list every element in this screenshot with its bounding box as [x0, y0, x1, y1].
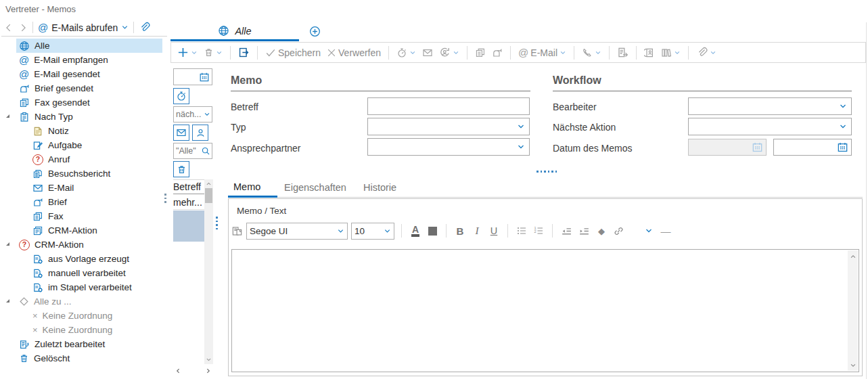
next-action-filter-select[interactable]: näch... — [173, 106, 212, 122]
sidebar-item-brief-gesendet[interactable]: Brief gesendet — [0, 81, 167, 95]
scroll-up-icon[interactable] — [848, 252, 857, 261]
ansprechpartner-select[interactable] — [367, 138, 530, 156]
fax-button[interactable] — [473, 46, 488, 60]
outdent-button[interactable] — [559, 223, 574, 239]
naechste-aktion-select[interactable] — [688, 118, 852, 135]
sidebar-item-alle[interactable]: Alle — [0, 39, 167, 53]
sidebar-splitter-handle[interactable] — [164, 194, 166, 203]
symbol-button[interactable]: ◆ — [595, 223, 608, 239]
tab-memo[interactable]: Memo — [228, 177, 277, 198]
collapse-toolbar-button[interactable]: — — [659, 223, 672, 239]
sidebar-item-gelöscht[interactable]: Gelöscht — [0, 351, 167, 365]
insert-link-button[interactable] — [612, 223, 626, 239]
typ-select[interactable] — [367, 118, 530, 135]
mail-filter-button[interactable] — [173, 125, 189, 141]
contact-book-button[interactable] — [642, 46, 657, 60]
expanded-arrow-icon[interactable] — [6, 242, 9, 246]
add-tab-button[interactable] — [309, 26, 321, 37]
back-button[interactable] — [4, 23, 14, 32]
at-icon: @ — [518, 47, 528, 58]
new-button[interactable] — [175, 45, 200, 60]
memo-text-area[interactable] — [231, 249, 859, 372]
chevron-down-icon[interactable] — [121, 24, 129, 31]
fetch-emails-button[interactable]: @ E-Mails abrufen — [38, 22, 129, 33]
highlight-color-button[interactable] — [426, 223, 439, 239]
tab-alle[interactable]: Alle — [170, 22, 299, 41]
sidebar-item-e-mail[interactable]: E-Mail — [0, 181, 167, 195]
font-size-select[interactable]: 10 — [351, 223, 394, 240]
library-button[interactable] — [659, 46, 683, 60]
search-icon — [201, 146, 212, 156]
font-color-button[interactable]: A — [409, 223, 422, 239]
reminder-filter-button[interactable] — [173, 88, 189, 104]
italic-button[interactable]: I — [470, 223, 484, 239]
attachments-button[interactable] — [694, 45, 718, 60]
bullet-list-button[interactable] — [515, 223, 528, 239]
trash-filter-button[interactable] — [173, 161, 189, 177]
reminder-button[interactable] — [394, 46, 418, 60]
list-splitter-handle[interactable] — [216, 217, 218, 229]
send-mail-button[interactable] — [420, 46, 435, 60]
person-filter-button[interactable] — [192, 125, 208, 141]
expanded-arrow-icon[interactable] — [6, 299, 9, 303]
scroll-right-icon[interactable] — [205, 367, 212, 374]
sidebar-item-alle-zu[interactable]: Alle zu ... — [0, 294, 167, 309]
tab-historie[interactable]: Historie — [363, 177, 396, 198]
column-header-betreff[interactable]: Betreff — [173, 179, 204, 194]
list-vertical-scrollbar[interactable] — [204, 179, 213, 364]
assign-person-button[interactable] — [437, 45, 461, 60]
paperclip-icon[interactable] — [139, 22, 150, 33]
call-button[interactable] — [580, 46, 603, 60]
scroll-down-icon[interactable] — [204, 355, 213, 364]
sidebar-item-aus-vorlage-erzeugt[interactable]: aus Vorlage erzeugt — [0, 252, 167, 266]
list-overflow-row[interactable]: mehr... — [173, 195, 204, 210]
scroll-down-icon[interactable] — [848, 361, 857, 370]
convert-button[interactable] — [236, 45, 252, 60]
discard-button[interactable]: Verwerfen — [325, 46, 383, 60]
more-formatting-button[interactable] — [642, 223, 656, 239]
sidebar-item-e-mail-empfangen[interactable]: @E-Mail empfangen — [0, 53, 167, 67]
email-button[interactable]: @E-Mail — [516, 46, 568, 60]
sidebar-item-brief[interactable]: Brief — [0, 195, 167, 209]
sidebar-item-keine-zuordnung[interactable]: ×Keine Zuordnung — [0, 309, 167, 323]
sidebar-item-nach-typ[interactable]: Nach Typ — [0, 110, 167, 124]
letter-button[interactable] — [490, 46, 505, 60]
paste-icon[interactable] — [231, 225, 243, 237]
date-filter-input[interactable] — [173, 68, 212, 85]
sidebar-item-im-stapel-verarbeitet[interactable]: im Stapel verarbeitet — [0, 280, 167, 294]
scroll-up-icon[interactable] — [204, 179, 213, 188]
export-doc-button[interactable] — [615, 45, 631, 60]
underline-button[interactable]: U — [487, 223, 501, 239]
bold-button[interactable]: B — [453, 223, 467, 239]
form-splitter-handle[interactable] — [536, 171, 557, 173]
sidebar-item-aufgabe[interactable]: Aufgabe — [0, 138, 167, 152]
sidebar-item-anruf[interactable]: ?Anruf — [0, 152, 167, 166]
sidebar-item-manuell-verarbeitet[interactable]: manuell verarbeitet — [0, 266, 167, 280]
memo-date-input[interactable] — [773, 139, 852, 156]
delete-button[interactable] — [202, 46, 225, 59]
sidebar-item-crm-aktion[interactable]: ?CRM-Aktion — [0, 238, 167, 252]
bearbeiter-select[interactable] — [688, 97, 852, 115]
sidebar-item-zuletzt-bearbeitet[interactable]: Zuletzt bearbeitet — [0, 337, 167, 351]
scrollbar-thumb[interactable] — [205, 188, 212, 203]
tab-eigenschaften[interactable]: Eigenschaften — [284, 177, 346, 198]
sidebar-item-crm-aktion[interactable]: CRM-Aktion — [0, 223, 167, 238]
indent-button[interactable] — [577, 223, 591, 239]
selected-list-row[interactable] — [173, 210, 204, 242]
betreff-input[interactable] — [367, 97, 530, 115]
sidebar-item-notiz[interactable]: Notiz — [0, 124, 167, 138]
sidebar-item-e-mail-gesendet[interactable]: @E-Mail gesendet — [0, 67, 167, 81]
scroll-left-icon[interactable] — [175, 367, 181, 374]
sidebar-item-fax-gesendet[interactable]: Fax gesendet — [0, 95, 167, 110]
save-button[interactable]: Speichern — [263, 46, 323, 60]
list-horizontal-scrollbar[interactable] — [173, 365, 213, 376]
sidebar-item-besuchsbericht[interactable]: Besuchsbericht — [0, 166, 167, 181]
font-family-select[interactable]: Segoe UI — [246, 223, 348, 240]
expanded-arrow-icon[interactable] — [6, 114, 9, 118]
sidebar-item-fax[interactable]: Fax — [0, 209, 167, 223]
editor-scrollbar[interactable] — [848, 250, 858, 371]
sidebar-item-keine-zuordnung[interactable]: ×Keine Zuordnung — [0, 323, 167, 337]
scope-search-box[interactable]: "Alle" — [173, 143, 212, 159]
numbered-list-button[interactable]: 12 — [532, 223, 545, 239]
forward-button[interactable] — [18, 23, 28, 32]
